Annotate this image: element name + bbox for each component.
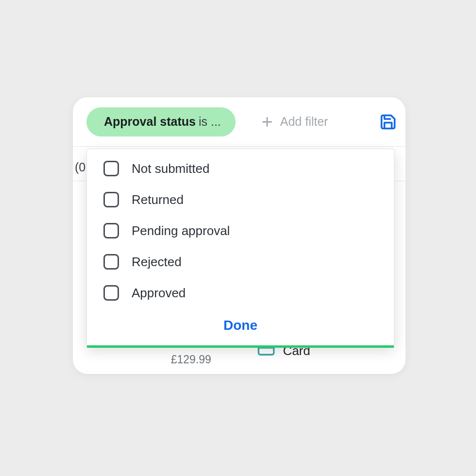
amount-sub: £129.99 [168, 353, 214, 366]
filter-dropdown: Not submitted Returned Pending approval … [86, 149, 394, 346]
checkbox[interactable] [103, 254, 119, 270]
dropdown-footer: Done [87, 308, 394, 345]
option-approved[interactable]: Approved [87, 277, 394, 308]
save-label-fragment: S [405, 114, 406, 130]
save-icon[interactable] [379, 113, 397, 131]
add-filter-label: Add filter [280, 115, 328, 129]
plus-icon [261, 116, 273, 128]
option-rejected[interactable]: Rejected [87, 246, 394, 277]
checkbox[interactable] [103, 192, 119, 207]
option-label: Rejected [132, 255, 182, 270]
chip-label-strong: Approval status [104, 115, 196, 129]
option-not-submitted[interactable]: Not submitted [87, 149, 394, 184]
checkbox[interactable] [103, 223, 119, 238]
option-label: Pending approval [132, 223, 230, 238]
filter-chip-approval-status[interactable]: Approval status is ... [86, 107, 236, 136]
add-filter-button[interactable]: Add filter [261, 115, 328, 129]
option-pending-approval[interactable]: Pending approval [87, 215, 394, 246]
done-button[interactable]: Done [221, 317, 260, 334]
option-label: Approved [132, 286, 186, 301]
chip-label-light: is ... [199, 115, 221, 129]
option-label: Returned [132, 192, 184, 207]
option-label: Not submitted [132, 161, 209, 176]
option-returned[interactable]: Returned [87, 184, 394, 215]
result-count: (0 [73, 160, 85, 174]
checkbox[interactable] [103, 285, 119, 301]
checkbox[interactable] [103, 161, 119, 176]
filter-toolbar: Approval status is ... Add filter S [73, 97, 406, 147]
